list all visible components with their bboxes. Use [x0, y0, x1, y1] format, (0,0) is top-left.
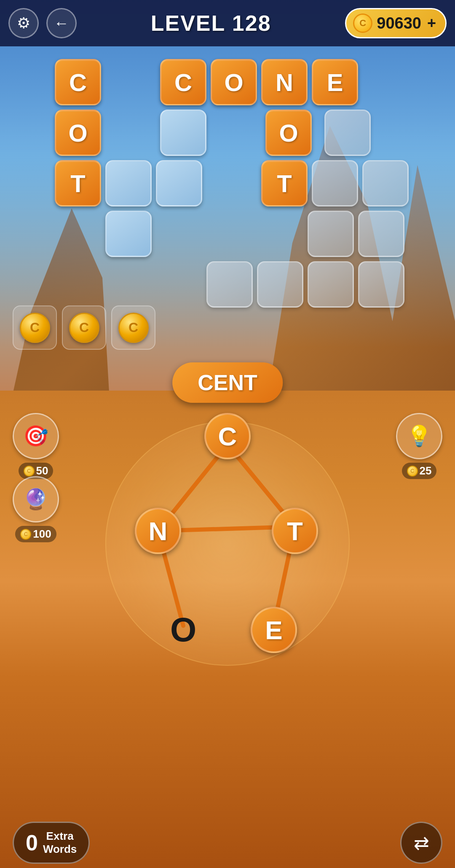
tile-gray-4[interactable]: [308, 211, 354, 257]
shuffle-button[interactable]: ⇄: [400, 822, 442, 864]
wheel-letter-T[interactable]: T: [272, 508, 318, 554]
hint-coin-1: C: [20, 313, 50, 343]
grid-row-2: O O: [55, 110, 371, 156]
tile-gray-7[interactable]: [257, 261, 303, 308]
tile-empty-9: [257, 211, 303, 257]
tile-gray-2[interactable]: [312, 160, 358, 206]
coins-badge[interactable]: C 90630 +: [345, 8, 447, 38]
grid-row-1: C C O N E: [55, 59, 358, 105]
tile-gray-1[interactable]: [324, 110, 371, 156]
wheel-letter-E[interactable]: E: [251, 607, 297, 653]
powerup-target: 🎯 C 50: [13, 413, 59, 479]
bottom-bar: 0 ExtraWords ⇄: [0, 817, 455, 868]
header-left: ⚙ ←: [8, 8, 77, 38]
tile-empty-8: [206, 211, 253, 257]
tile-E1[interactable]: E: [312, 59, 358, 105]
coins-amount: 90630: [377, 14, 421, 32]
letter-wheel[interactable]: C N T O E: [80, 396, 375, 691]
grid-row-5: [55, 261, 404, 308]
grid-area: C C O N E O O T T: [0, 51, 455, 316]
target-cost-text: 50: [36, 464, 48, 477]
shuffle-left-cost: C 100: [15, 526, 56, 542]
hint-tile-2[interactable]: C: [62, 305, 106, 350]
tile-T2[interactable]: T: [261, 160, 308, 206]
tile-empty-12: [156, 261, 202, 308]
settings-button[interactable]: ⚙: [8, 8, 39, 38]
wheel-letter-O[interactable]: O: [162, 609, 204, 651]
target-cost-icon: C: [24, 466, 35, 477]
shuffle-icon: ⇄: [414, 832, 429, 854]
tile-empty-7: [156, 211, 202, 257]
tile-empty-1: [105, 59, 156, 105]
grid-container: C C O N E O O T T: [55, 59, 409, 308]
tile-empty-11: [105, 261, 152, 308]
grid-row-4: [55, 211, 404, 257]
back-button[interactable]: ←: [46, 8, 77, 38]
shuffle-left-cost-text: 100: [33, 528, 51, 541]
hint-cost-text: 25: [420, 464, 432, 477]
level-title: LEVEL 128: [151, 11, 271, 36]
settings-icon: ⚙: [17, 14, 30, 32]
shuffle-left-cost-icon: C: [20, 529, 31, 540]
powerup-shuffle-left: 🔮 C 100: [13, 476, 59, 542]
grid-row-3: T T: [55, 160, 409, 206]
hints-row: C C C: [13, 305, 155, 350]
tile-blue-4[interactable]: [105, 211, 152, 257]
powerup-hint: 💡 C 25: [396, 413, 442, 479]
extra-words-count: 0: [26, 830, 38, 855]
wheel-letter-C[interactable]: C: [204, 413, 251, 459]
tile-gray-6[interactable]: [206, 261, 253, 308]
back-icon: ←: [54, 14, 69, 32]
coin-icon: C: [353, 13, 372, 33]
target-button[interactable]: 🎯: [13, 413, 59, 459]
tile-empty-3: [211, 110, 261, 156]
tile-O2[interactable]: O: [55, 110, 101, 156]
hint-button[interactable]: 💡: [396, 413, 442, 459]
hint-tile-3[interactable]: C: [111, 305, 155, 350]
tile-gray-5[interactable]: [358, 211, 404, 257]
tile-empty-4: [316, 110, 320, 156]
wheel-letter-N[interactable]: N: [135, 508, 181, 554]
tile-blue-3[interactable]: [156, 160, 202, 206]
tile-blue-1[interactable]: [160, 110, 206, 156]
tile-C2[interactable]: C: [160, 59, 206, 105]
tile-empty-5: [206, 160, 257, 206]
extra-words-button[interactable]: 0 ExtraWords: [13, 822, 90, 864]
header: ⚙ ← LEVEL 128 C 90630 +: [0, 0, 455, 46]
hint-tile-1[interactable]: C: [13, 305, 57, 350]
tile-gray-9[interactable]: [358, 261, 404, 308]
extra-words-label: ExtraWords: [43, 830, 77, 856]
tile-empty-10: [55, 261, 101, 308]
tile-C1[interactable]: C: [55, 59, 101, 105]
hint-coin-2: C: [69, 313, 99, 343]
tile-N1[interactable]: N: [261, 59, 308, 105]
tile-T1[interactable]: T: [55, 160, 101, 206]
hint-cost-icon: C: [407, 466, 418, 477]
tile-empty-2: [105, 110, 156, 156]
shuffle-left-button[interactable]: 🔮: [13, 476, 59, 522]
tile-empty-6: [55, 211, 101, 257]
tile-O1[interactable]: O: [211, 59, 257, 105]
tile-blue-2[interactable]: [105, 160, 152, 206]
tile-gray-8[interactable]: [308, 261, 354, 308]
coins-plus: +: [427, 14, 436, 32]
tile-gray-3[interactable]: [362, 160, 409, 206]
hint-cost: C 25: [402, 463, 437, 479]
tile-O3[interactable]: O: [265, 110, 312, 156]
hint-coin-3: C: [118, 313, 149, 343]
